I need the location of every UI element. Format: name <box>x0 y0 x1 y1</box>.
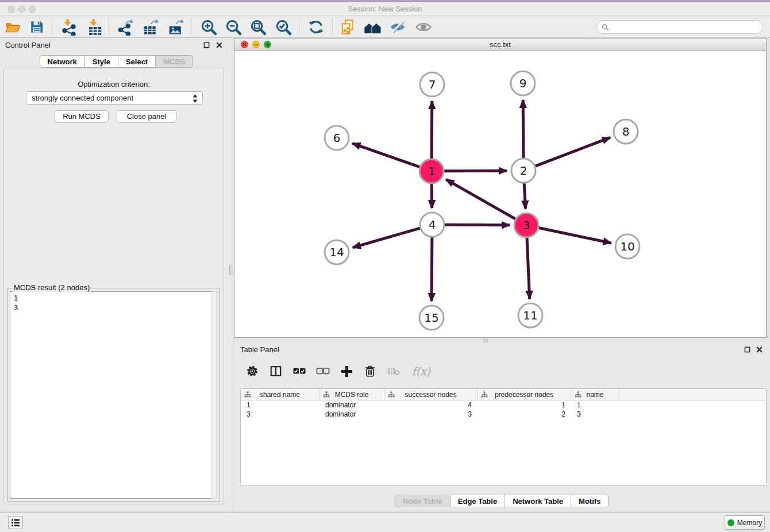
show-panels-button[interactable] <box>414 18 433 36</box>
tab-mcds[interactable]: MCDS <box>155 55 193 68</box>
search-input[interactable] <box>612 23 763 32</box>
zoom-out-button[interactable] <box>224 18 243 36</box>
column-header-shared-name[interactable]: shared name <box>241 389 319 400</box>
mcds-result-title: MCDS result (2 nodes) <box>12 283 91 292</box>
import-network-button[interactable] <box>59 18 79 36</box>
tab-select[interactable]: Select <box>118 55 156 68</box>
attribute-icon <box>481 391 488 398</box>
horizontal-splitter-handle[interactable] <box>483 339 488 342</box>
select-all-button[interactable] <box>292 364 307 379</box>
table-cell[interactable]: 1 <box>478 400 571 410</box>
table-close-button[interactable] <box>754 345 764 354</box>
graph-node-6[interactable]: 6 <box>325 126 349 150</box>
tab-edge-table[interactable]: Edge Table <box>450 495 505 507</box>
graph-node-4[interactable]: 4 <box>420 213 444 237</box>
zoom-fit-icon <box>249 18 267 36</box>
table-float-button[interactable] <box>742 345 752 354</box>
export-image-button[interactable] <box>166 18 186 36</box>
task-history-button[interactable] <box>8 516 23 529</box>
edge-3-10[interactable] <box>539 228 611 244</box>
column-header-name[interactable]: name <box>571 389 619 400</box>
column-settings-button[interactable] <box>245 364 260 379</box>
tab-node-table[interactable]: Node Table <box>395 495 451 507</box>
clone-network-button[interactable] <box>338 18 358 36</box>
zoom-selected-button[interactable] <box>274 18 293 36</box>
column-header-MCDS-role[interactable]: MCDS role <box>319 389 384 400</box>
graph-node-9[interactable]: 9 <box>511 71 535 95</box>
edge-1-6[interactable] <box>352 144 419 167</box>
edge-4-14[interactable] <box>353 228 420 248</box>
network-frame-titlebar[interactable]: scc.txt <box>234 38 766 51</box>
graph-node-1[interactable]: 1 <box>419 159 444 183</box>
edge-2-9[interactable] <box>523 100 523 158</box>
float-panel-button[interactable] <box>202 40 211 49</box>
table-cell[interactable]: 1 <box>241 400 319 410</box>
graph-node-10[interactable]: 10 <box>615 234 640 259</box>
tab-style[interactable]: Style <box>84 55 118 68</box>
open-session-button[interactable] <box>3 18 22 36</box>
edge-2-8[interactable] <box>536 137 610 166</box>
refresh-icon <box>308 19 324 35</box>
table-cell[interactable]: 3 <box>241 410 319 419</box>
mcds-result-list[interactable]: 1 3 <box>10 291 217 499</box>
table-row[interactable]: 1dominator411 <box>241 400 766 410</box>
import-table-button[interactable] <box>85 18 105 36</box>
add-column-button[interactable] <box>339 364 354 379</box>
home-button[interactable] <box>363 18 383 36</box>
table-cell[interactable]: 1 <box>571 400 619 410</box>
edge-4-3[interactable] <box>445 225 510 225</box>
edge-3-1[interactable] <box>446 179 515 219</box>
network-canvas[interactable]: 7968124314101511 <box>234 51 766 337</box>
hide-panels-button[interactable] <box>388 18 407 36</box>
close-panel-button-mcds[interactable]: Close panel <box>117 110 176 123</box>
refresh-button[interactable] <box>306 18 326 36</box>
run-mcds-button[interactable]: Run MCDS <box>55 110 109 123</box>
columns-icon <box>270 365 282 377</box>
table-cell[interactable]: 4 <box>384 400 478 410</box>
edge-1-2[interactable] <box>444 171 507 171</box>
table-cell[interactable]: 2 <box>478 410 571 419</box>
deselect-all-button[interactable] <box>315 364 330 379</box>
table-cell[interactable]: dominator <box>319 410 384 419</box>
eye-slash-icon <box>389 18 406 36</box>
delete-column-button[interactable] <box>363 364 378 379</box>
table-panel-header: Table Panel <box>233 343 770 357</box>
graph-node-8[interactable]: 8 <box>614 119 638 144</box>
node-label: 8 <box>622 125 630 138</box>
graph-node-2[interactable]: 2 <box>511 159 536 183</box>
export-table-button[interactable] <box>141 18 160 36</box>
export-network-button[interactable] <box>116 18 135 36</box>
vertical-splitter-handle[interactable] <box>229 265 233 275</box>
result-scrollbar[interactable] <box>211 291 217 499</box>
graph-node-3[interactable]: 3 <box>514 213 538 237</box>
graph-node-14[interactable]: 14 <box>325 240 349 264</box>
zoom-in-button[interactable] <box>199 18 218 36</box>
table-cell[interactable]: 3 <box>384 410 478 419</box>
table-cell[interactable]: dominator <box>319 400 384 410</box>
column-header-successor-nodes[interactable]: successor nodes <box>384 389 478 400</box>
horizontal-splitter[interactable] <box>233 338 770 343</box>
close-panel-button[interactable] <box>214 40 224 49</box>
show-columns-button[interactable] <box>268 364 283 379</box>
table-row[interactable]: 3dominator323 <box>241 410 766 419</box>
edge-3-11[interactable] <box>527 238 530 299</box>
save-session-button[interactable] <box>27 18 47 36</box>
tab-network[interactable]: Network <box>40 55 85 68</box>
graph-node-11[interactable]: 11 <box>518 303 542 327</box>
edge-4-15[interactable] <box>432 237 432 301</box>
memory-label: Memory <box>737 519 762 527</box>
zoom-fit-button[interactable] <box>248 18 268 36</box>
edge-2-3[interactable] <box>524 183 525 209</box>
graph-node-15[interactable]: 15 <box>419 306 444 330</box>
tab-motifs[interactable]: Motifs <box>571 495 609 507</box>
memory-button[interactable]: Memory <box>725 515 765 530</box>
node-table[interactable]: shared nameMCDS rolesuccessor nodesprede… <box>240 388 767 485</box>
table-cell[interactable]: 3 <box>571 410 619 419</box>
node-label: 1 <box>428 164 436 178</box>
edge-1-7[interactable] <box>432 101 432 159</box>
graph-node-7[interactable]: 7 <box>420 72 444 97</box>
column-header-predecessor-nodes[interactable]: predecessor nodes <box>478 389 571 400</box>
tab-network-table[interactable]: Network Table <box>505 495 571 507</box>
zoom-out-icon <box>225 18 242 36</box>
criterion-select[interactable]: strongly connected component <box>26 91 203 105</box>
